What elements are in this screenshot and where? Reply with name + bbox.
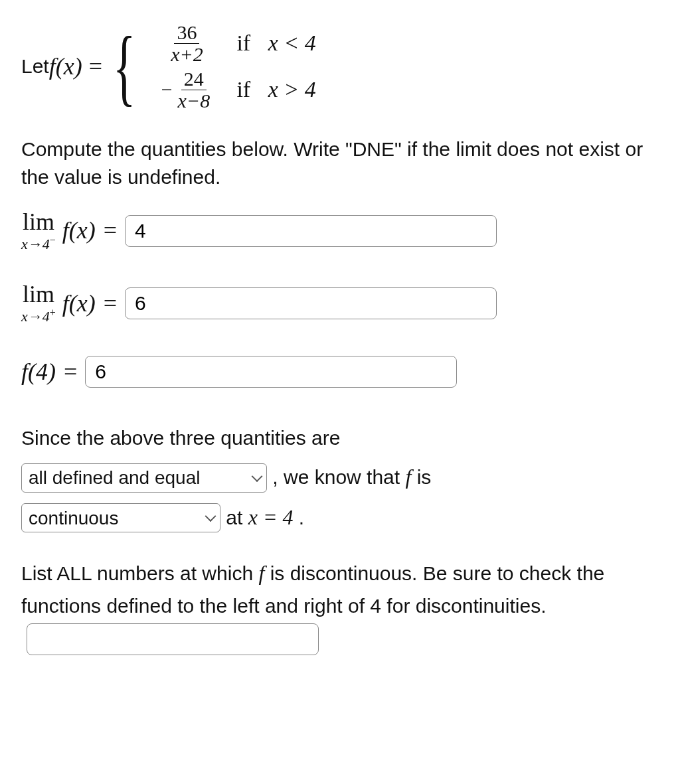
conclusion-text-4: at <box>226 507 248 528</box>
conclusion-text-2: , we know that <box>272 466 405 488</box>
f-of-4-input[interactable] <box>85 356 457 388</box>
x-equals-4: x = 4 <box>248 505 294 529</box>
discontinuity-instruction: List ALL numbers at which f is discontin… <box>21 556 665 655</box>
limit-left-input[interactable] <box>125 215 497 247</box>
select-value: all defined and equal <box>29 460 200 495</box>
select-value: continuous <box>29 501 118 536</box>
quantities-relation-select[interactable]: all defined and equal <box>21 463 267 493</box>
conclusion-period: . <box>299 507 304 528</box>
piece1-numerator: 36 <box>174 22 199 44</box>
piece2-numerator: 24 <box>181 68 207 90</box>
brace-icon: { <box>113 28 135 106</box>
fx-label: f(x) <box>62 287 96 320</box>
instruction-text: Compute the quantities below. Write "DNE… <box>21 135 665 191</box>
fx-symbol: f(x) <box>49 50 82 83</box>
piece-row-1: 36 x+2 if x < 4 <box>137 20 383 66</box>
limit-left-row: lim x→4− f(x) = <box>21 210 665 252</box>
equals-sign: = <box>104 214 117 247</box>
limit-right-row: lim x→4+ f(x) = <box>21 282 665 324</box>
limit-right-label: lim x→4+ <box>21 282 56 324</box>
piece1-denominator: x+2 <box>171 43 203 65</box>
piece2-denominator: x−8 <box>178 90 211 112</box>
equals-sign: = <box>89 50 102 83</box>
fx-label: f(x) <box>62 214 96 247</box>
piece1-condition: if x < 4 <box>236 27 383 59</box>
inst2-a: List ALL numbers at which <box>21 562 258 584</box>
equals-sign: = <box>64 355 77 388</box>
discontinuities-input[interactable] <box>27 623 319 655</box>
conclusion-text-1: Since the above three quantities are <box>21 427 340 449</box>
continuity-select[interactable]: continuous <box>21 503 220 532</box>
f-of-4-row: f(4) = <box>21 355 665 388</box>
limit-right-input[interactable] <box>125 287 497 319</box>
piece2-expression: − 24 x−8 <box>137 68 236 111</box>
f4-label: f(4) <box>21 355 56 388</box>
function-definition: Let f(x) = { 36 x+2 if x < 4 − 24 x−8 <box>21 20 665 113</box>
f-symbol: f <box>258 561 264 585</box>
conclusion-text-3: is <box>417 466 432 488</box>
piece-row-2: − 24 x−8 if x > 4 <box>137 66 383 113</box>
piece2-condition: if x > 4 <box>236 74 383 106</box>
limit-left-label: lim x→4− <box>21 210 56 252</box>
piecewise-table: 36 x+2 if x < 4 − 24 x−8 if x > 4 <box>137 20 383 113</box>
piece1-expression: 36 x+2 <box>137 22 236 64</box>
let-text: Let <box>21 52 49 80</box>
f-symbol: f <box>405 465 411 489</box>
equals-sign: = <box>104 287 117 320</box>
conclusion-paragraph: Since the above three quantities are all… <box>21 419 665 538</box>
